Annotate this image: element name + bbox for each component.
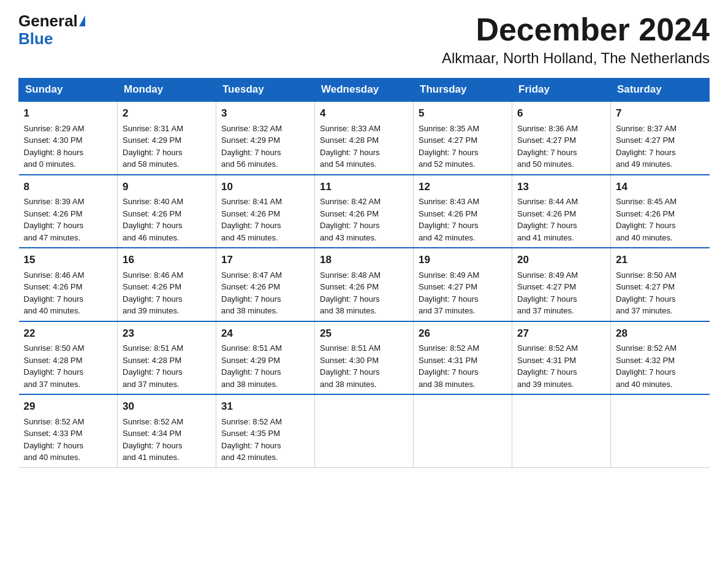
day-number: 6 (517, 105, 605, 121)
day-number: 24 (221, 326, 309, 342)
day-info: Sunrise: 8:46 AM Sunset: 4:26 PM Dayligh… (123, 269, 211, 317)
calendar-cell: 26Sunrise: 8:52 AM Sunset: 4:31 PM Dayli… (414, 321, 512, 395)
day-info: Sunrise: 8:49 AM Sunset: 4:27 PM Dayligh… (517, 269, 605, 317)
calendar-cell: 2Sunrise: 8:31 AM Sunset: 4:29 PM Daylig… (118, 101, 216, 175)
day-info: Sunrise: 8:51 AM Sunset: 4:28 PM Dayligh… (123, 342, 211, 390)
day-info: Sunrise: 8:39 AM Sunset: 4:26 PM Dayligh… (24, 196, 113, 243)
day-header-wednesday: Wednesday (315, 79, 414, 102)
day-number: 27 (517, 326, 605, 342)
calendar-cell: 8Sunrise: 8:39 AM Sunset: 4:26 PM Daylig… (19, 175, 118, 248)
day-number: 26 (419, 326, 507, 342)
day-info: Sunrise: 8:41 AM Sunset: 4:26 PM Dayligh… (221, 196, 309, 243)
page-title: December 2024 (442, 12, 710, 47)
calendar-cell: 10Sunrise: 8:41 AM Sunset: 4:26 PM Dayli… (216, 175, 315, 248)
day-number: 21 (616, 252, 705, 268)
day-number: 30 (123, 399, 211, 415)
logo-triangle-icon (79, 15, 85, 26)
day-info: Sunrise: 8:52 AM Sunset: 4:34 PM Dayligh… (123, 416, 211, 464)
day-info: Sunrise: 8:50 AM Sunset: 4:28 PM Dayligh… (24, 342, 113, 390)
calendar-cell: 15Sunrise: 8:46 AM Sunset: 4:26 PM Dayli… (19, 248, 118, 321)
calendar-cell: 24Sunrise: 8:51 AM Sunset: 4:29 PM Dayli… (216, 321, 315, 395)
calendar-cell: 5Sunrise: 8:35 AM Sunset: 4:27 PM Daylig… (414, 101, 512, 175)
day-info: Sunrise: 8:32 AM Sunset: 4:29 PM Dayligh… (221, 123, 309, 170)
logo-general-text: General (18, 12, 78, 30)
calendar-cell: 7Sunrise: 8:37 AM Sunset: 4:27 PM Daylig… (611, 101, 710, 175)
day-number: 16 (123, 252, 211, 268)
calendar-cell: 22Sunrise: 8:50 AM Sunset: 4:28 PM Dayli… (19, 321, 118, 395)
calendar-cell: 6Sunrise: 8:36 AM Sunset: 4:27 PM Daylig… (512, 101, 611, 175)
day-info: Sunrise: 8:31 AM Sunset: 4:29 PM Dayligh… (123, 123, 211, 170)
calendar-cell: 19Sunrise: 8:49 AM Sunset: 4:27 PM Dayli… (414, 248, 512, 321)
day-info: Sunrise: 8:52 AM Sunset: 4:32 PM Dayligh… (616, 342, 705, 390)
day-number: 20 (517, 252, 605, 268)
day-number: 19 (419, 252, 507, 268)
calendar-week-row: 15Sunrise: 8:46 AM Sunset: 4:26 PM Dayli… (19, 248, 710, 321)
day-number: 12 (419, 179, 507, 195)
day-info: Sunrise: 8:43 AM Sunset: 4:26 PM Dayligh… (419, 196, 507, 243)
day-number: 31 (221, 399, 309, 415)
day-info: Sunrise: 8:46 AM Sunset: 4:26 PM Dayligh… (24, 269, 113, 317)
day-info: Sunrise: 8:50 AM Sunset: 4:27 PM Dayligh… (616, 269, 705, 317)
days-of-week-row: SundayMondayTuesdayWednesdayThursdayFrid… (19, 79, 710, 102)
day-number: 8 (24, 179, 113, 195)
day-info: Sunrise: 8:37 AM Sunset: 4:27 PM Dayligh… (616, 123, 705, 170)
day-number: 29 (24, 399, 113, 415)
calendar-header: SundayMondayTuesdayWednesdayThursdayFrid… (19, 79, 710, 102)
calendar-cell: 25Sunrise: 8:51 AM Sunset: 4:30 PM Dayli… (315, 321, 414, 395)
day-info: Sunrise: 8:35 AM Sunset: 4:27 PM Dayligh… (419, 123, 507, 170)
calendar-cell: 30Sunrise: 8:52 AM Sunset: 4:34 PM Dayli… (118, 394, 216, 467)
calendar-cell: 9Sunrise: 8:40 AM Sunset: 4:26 PM Daylig… (118, 175, 216, 248)
day-info: Sunrise: 8:36 AM Sunset: 4:27 PM Dayligh… (517, 123, 605, 170)
day-number: 5 (419, 105, 507, 121)
calendar-cell: 4Sunrise: 8:33 AM Sunset: 4:28 PM Daylig… (315, 101, 414, 175)
day-header-saturday: Saturday (611, 79, 710, 102)
logo: General Blue (18, 12, 85, 47)
calendar-cell: 1Sunrise: 8:29 AM Sunset: 4:30 PM Daylig… (19, 101, 118, 175)
day-number: 28 (616, 326, 705, 342)
calendar-cell (611, 394, 710, 467)
calendar-cell: 18Sunrise: 8:48 AM Sunset: 4:26 PM Dayli… (315, 248, 414, 321)
calendar-cell: 31Sunrise: 8:52 AM Sunset: 4:35 PM Dayli… (216, 394, 315, 467)
calendar-cell: 20Sunrise: 8:49 AM Sunset: 4:27 PM Dayli… (512, 248, 611, 321)
day-info: Sunrise: 8:40 AM Sunset: 4:26 PM Dayligh… (123, 196, 211, 243)
calendar-cell: 29Sunrise: 8:52 AM Sunset: 4:33 PM Dayli… (19, 394, 118, 467)
calendar-cell: 12Sunrise: 8:43 AM Sunset: 4:26 PM Dayli… (414, 175, 512, 248)
day-info: Sunrise: 8:52 AM Sunset: 4:31 PM Dayligh… (419, 342, 507, 390)
day-number: 25 (320, 326, 408, 342)
day-number: 17 (221, 252, 309, 268)
day-info: Sunrise: 8:52 AM Sunset: 4:31 PM Dayligh… (517, 342, 605, 390)
day-number: 4 (320, 105, 408, 121)
calendar-week-row: 1Sunrise: 8:29 AM Sunset: 4:30 PM Daylig… (19, 101, 710, 175)
logo-blue-text: Blue (18, 29, 53, 48)
day-number: 11 (320, 179, 408, 195)
day-number: 18 (320, 252, 408, 268)
calendar-cell: 14Sunrise: 8:45 AM Sunset: 4:26 PM Dayli… (611, 175, 710, 248)
calendar-cell (512, 394, 611, 467)
calendar-cell: 23Sunrise: 8:51 AM Sunset: 4:28 PM Dayli… (118, 321, 216, 395)
day-header-tuesday: Tuesday (216, 79, 315, 102)
calendar-cell: 16Sunrise: 8:46 AM Sunset: 4:26 PM Dayli… (118, 248, 216, 321)
calendar-cell (315, 394, 414, 467)
calendar-cell: 21Sunrise: 8:50 AM Sunset: 4:27 PM Dayli… (611, 248, 710, 321)
day-info: Sunrise: 8:51 AM Sunset: 4:29 PM Dayligh… (221, 342, 309, 390)
day-info: Sunrise: 8:47 AM Sunset: 4:26 PM Dayligh… (221, 269, 309, 317)
day-header-sunday: Sunday (19, 79, 118, 102)
day-number: 2 (123, 105, 211, 121)
calendar-cell: 27Sunrise: 8:52 AM Sunset: 4:31 PM Dayli… (512, 321, 611, 395)
page-header: General Blue December 2024 Alkmaar, Nort… (18, 12, 710, 67)
day-info: Sunrise: 8:44 AM Sunset: 4:26 PM Dayligh… (517, 196, 605, 243)
page-subtitle: Alkmaar, North Holland, The Netherlands (442, 50, 710, 67)
day-number: 13 (517, 179, 605, 195)
day-info: Sunrise: 8:33 AM Sunset: 4:28 PM Dayligh… (320, 123, 408, 170)
day-number: 1 (24, 105, 113, 121)
day-header-friday: Friday (512, 79, 611, 102)
day-info: Sunrise: 8:49 AM Sunset: 4:27 PM Dayligh… (419, 269, 507, 317)
calendar-cell (414, 394, 512, 467)
day-number: 23 (123, 326, 211, 342)
calendar-cell: 28Sunrise: 8:52 AM Sunset: 4:32 PM Dayli… (611, 321, 710, 395)
title-block: December 2024 Alkmaar, North Holland, Th… (442, 12, 710, 67)
day-info: Sunrise: 8:52 AM Sunset: 4:35 PM Dayligh… (221, 416, 309, 464)
calendar-cell: 17Sunrise: 8:47 AM Sunset: 4:26 PM Dayli… (216, 248, 315, 321)
calendar-table: SundayMondayTuesdayWednesdayThursdayFrid… (18, 78, 710, 468)
calendar-body: 1Sunrise: 8:29 AM Sunset: 4:30 PM Daylig… (19, 101, 710, 467)
